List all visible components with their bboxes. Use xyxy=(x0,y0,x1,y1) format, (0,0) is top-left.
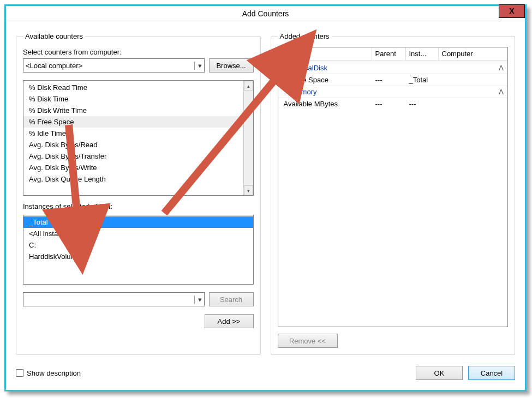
list-item[interactable]: <All instances> xyxy=(23,228,253,239)
remove-button[interactable]: Remove << xyxy=(278,334,338,348)
search-button[interactable]: Search xyxy=(209,292,254,306)
scroll-down-icon[interactable]: ▾ xyxy=(244,185,253,195)
instances-listbox[interactable]: _Total<All instances>C:HarddiskVolume1 xyxy=(23,215,254,285)
list-item[interactable]: _Total xyxy=(23,216,253,228)
browse-button[interactable]: Browse... xyxy=(209,58,254,73)
list-item[interactable]: C: xyxy=(23,239,253,251)
table-row[interactable]: Available MBytes------ xyxy=(278,98,508,110)
list-item[interactable]: HarddiskVolume1 xyxy=(23,251,253,262)
cancel-button[interactable]: Cancel xyxy=(468,366,515,380)
available-counters-group: Available counters Select counters from … xyxy=(16,32,261,355)
list-item[interactable]: % Free Space xyxy=(23,116,243,128)
list-item[interactable]: % Idle Time xyxy=(23,128,243,139)
ok-button[interactable]: OK xyxy=(416,366,463,380)
available-counters-legend: Available counters xyxy=(23,32,85,40)
table-row[interactable]: % Free Space---_Total xyxy=(278,74,508,86)
dialog-footer: Show description OK Cancel xyxy=(6,359,525,390)
select-computer-label: Select counters from computer: xyxy=(23,48,254,56)
computer-combo[interactable]: <Local computer> ▾ xyxy=(23,58,205,73)
list-item[interactable]: Avg. Disk Bytes/Write xyxy=(23,162,243,173)
titlebar: Add Counters X xyxy=(6,6,525,21)
scroll-up-icon[interactable]: ▴ xyxy=(244,81,253,91)
chevron-down-icon: ▾ xyxy=(194,62,202,70)
col-counter[interactable]: Counter xyxy=(278,47,372,60)
chevron-down-icon: ▾ xyxy=(194,296,202,304)
show-description-checkbox[interactable]: Show description xyxy=(16,369,81,377)
list-item[interactable]: Avg. Disk Queue Length xyxy=(23,173,243,185)
added-counters-legend: Added counters xyxy=(278,32,332,40)
instances-label: Instances of selected object: xyxy=(23,202,254,210)
content-area: Available counters Select counters from … xyxy=(6,21,525,359)
computer-combo-value: <Local computer> xyxy=(26,62,82,70)
close-button[interactable]: X xyxy=(499,4,525,18)
checkbox-icon xyxy=(16,369,23,377)
added-counters-group: Added counters Counter Parent Inst... Co… xyxy=(271,32,516,355)
col-inst[interactable]: Inst... xyxy=(406,47,439,60)
scrollbar[interactable]: ▴ ▾ xyxy=(243,81,253,195)
add-button[interactable]: Add >> xyxy=(205,314,254,328)
list-item[interactable]: % Disk Write Time xyxy=(23,105,243,116)
table-group-row[interactable]: LogicalDiskᐱ xyxy=(278,62,508,74)
dialog-title: Add Counters xyxy=(242,9,289,18)
added-counters-table[interactable]: Counter Parent Inst... Computer LogicalD… xyxy=(278,47,509,327)
col-parent[interactable]: Parent xyxy=(372,47,406,60)
collapse-icon[interactable]: ᐱ xyxy=(499,88,504,96)
search-combo[interactable]: ▾ xyxy=(23,292,205,306)
add-counters-dialog: Add Counters X Available counters Select… xyxy=(4,4,527,391)
show-description-label: Show description xyxy=(27,369,81,377)
col-computer[interactable]: Computer xyxy=(439,47,508,60)
table-header: Counter Parent Inst... Computer xyxy=(278,47,508,61)
table-group-row[interactable]: Memoryᐱ xyxy=(278,86,508,98)
available-counters-listbox[interactable]: % Disk Read Time% Disk Time% Disk Write … xyxy=(23,80,254,196)
list-item[interactable]: % Disk Time xyxy=(23,93,243,105)
collapse-icon[interactable]: ᐱ xyxy=(499,64,504,72)
list-item[interactable]: Avg. Disk Bytes/Read xyxy=(23,139,243,150)
list-item[interactable]: Avg. Disk Bytes/Transfer xyxy=(23,150,243,162)
list-item[interactable]: % Disk Read Time xyxy=(23,82,243,93)
